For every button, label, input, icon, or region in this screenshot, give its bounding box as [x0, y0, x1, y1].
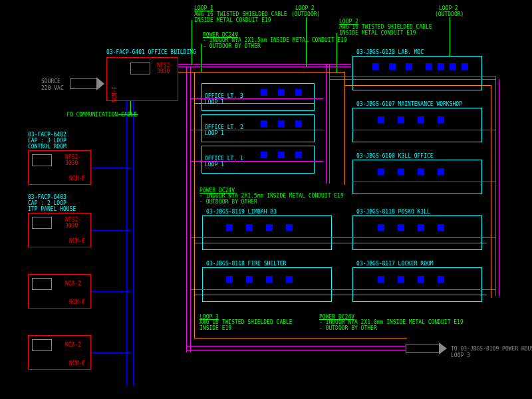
output-loop: LOOP 3 — [451, 352, 470, 358]
wire-blue-h4 — [91, 352, 131, 353]
dev-6120-3 — [406, 63, 412, 70]
wire-blue-v2 — [133, 101, 134, 386]
panel5-icon — [32, 339, 52, 351]
wire-mag-h5b — [329, 79, 495, 80]
zone-6120-label: 03-JBGS-6120 LAB. MOC — [356, 49, 424, 55]
wire-grn-h1 — [118, 114, 138, 115]
zone-8118f — [202, 267, 332, 302]
dev-8118p-1 — [378, 224, 384, 231]
main-comm: NCM-F — [112, 86, 118, 102]
power1-desc: - INDOOR NYA 2X1.5mm INSIDE METAL CONDUI… — [203, 37, 347, 49]
dev-o2-3 — [295, 120, 302, 127]
dev-6120-5 — [438, 63, 444, 70]
wire-org-h4 — [194, 295, 487, 295]
wire-blue-v1 — [126, 101, 127, 386]
panel2-icon — [32, 154, 52, 166]
wire-mag-h5 — [329, 76, 495, 77]
wire-mag-h3 — [190, 130, 323, 130]
power3-desc: - INDOOR NYA 2X1.0mm INSIDE METAL CONDUI… — [319, 319, 464, 331]
dev-6107-3 — [418, 116, 424, 123]
zone-8117 — [352, 267, 482, 302]
panel2-comm: NCM-F — [69, 176, 85, 182]
panel3-cap: CAP : 2 LOOP — [28, 200, 66, 206]
dev-o1-2 — [278, 152, 285, 158]
loop2-desc: AWG 16 TWISTED SHIELDED CABLE INSIDE MET… — [339, 24, 432, 36]
dev-6107-1 — [378, 116, 384, 123]
zone-8118f-label: 03-JBGS-8118 FIRE SHELTER — [206, 261, 286, 267]
dev-8118f-2 — [246, 276, 253, 283]
panel3-id: 03-FACP-6403 — [28, 194, 66, 200]
wire-mag-h6 — [352, 130, 495, 130]
panel3-loc: ITP PANEL HOUSE — [28, 206, 76, 212]
wire-mag-h9 — [190, 289, 496, 290]
wire-mag-h10 — [186, 346, 406, 346]
wire-org-v2 — [344, 72, 345, 185]
dev-8119-3 — [266, 224, 273, 231]
zone-office2-label: OFFICE LT. 2 LOOP 1 — [205, 124, 243, 136]
wire-grn-v6 — [130, 101, 131, 114]
wire-org-h6 — [194, 338, 407, 338]
main-panel-id: 03-FACP-6401 OFFICE BUILDING — [106, 49, 196, 55]
panel5-comm: NCM-F — [69, 360, 85, 366]
source-voltage: 220 VAC — [41, 85, 64, 91]
panel5-module: NCA-2 — [65, 342, 81, 348]
zone-6108 — [352, 160, 482, 194]
dev-8119-4 — [286, 224, 293, 231]
wire-blue-h2 — [91, 230, 131, 231]
dev-8118p-2 — [398, 224, 404, 231]
panel2-module: NFS2- 3030 — [65, 154, 81, 166]
dev-8118p-4 — [438, 224, 444, 231]
wire-org-v1 — [194, 72, 195, 338]
dev-8117-1 — [378, 276, 384, 283]
loop2-out-r-sub: (OUTDOOR) — [435, 11, 464, 17]
panel4-module: NCA-2 — [65, 281, 81, 287]
dev-8117-2 — [398, 276, 404, 283]
dev-6107-2 — [398, 116, 404, 123]
zone-6107-label: 03-JBGS-6107 MAINTENANCE WORKSHOP — [356, 101, 462, 107]
wire-mag-h2 — [190, 98, 323, 99]
dev-6120-7 — [462, 63, 468, 70]
wire-grn-v3 — [306, 17, 307, 66]
zone-8119 — [202, 215, 332, 250]
dev-8119-2 — [246, 224, 253, 231]
wire-mag-v1 — [186, 66, 187, 352]
dev-8118f-1 — [226, 276, 233, 283]
wire-mag-v2b — [329, 64, 330, 184]
panel2-cap: CAP : 3 LOOP — [28, 138, 66, 144]
dev-6108-4 — [438, 168, 444, 175]
wire-org-h1 — [178, 72, 344, 72]
dev-8117-3 — [418, 276, 424, 283]
dev-6107-4 — [438, 116, 444, 123]
dev-8119-1 — [226, 224, 233, 231]
wire-org-h3 — [194, 243, 487, 243]
wire-grn-v5 — [450, 17, 450, 57]
dev-o3-3 — [295, 89, 302, 96]
wire-grn-v2 — [201, 44, 201, 72]
wire-grn-v4 — [336, 33, 337, 73]
dev-o1-3 — [295, 152, 302, 158]
wire-mag-h8 — [190, 237, 496, 238]
wire-mag-h1 — [178, 64, 351, 65]
dev-8118p-3 — [418, 224, 424, 231]
dev-6108-3 — [418, 168, 424, 175]
loop2-out-sub: (OUTDOOR) — [291, 11, 320, 17]
dev-8118f-3 — [266, 276, 273, 283]
wire-mag-v3 — [495, 76, 496, 296]
panel2-id: 03-FACP-6402 — [28, 132, 66, 138]
zone-6108-label: 03-JBGS-6108 K3LL OFFICE — [356, 153, 434, 159]
dev-6120-1 — [372, 63, 379, 70]
loop2-out-title: LOOP 2 — [295, 5, 315, 11]
zone-6107 — [352, 108, 482, 142]
wire-mag-v1b — [190, 66, 191, 352]
wire-mag-h7 — [352, 182, 495, 182]
dev-8118f-4 — [286, 276, 293, 283]
dev-6120-2 — [389, 63, 396, 70]
wire-mag-h4 — [190, 161, 323, 162]
wire-blue-h3 — [91, 291, 131, 292]
dev-o3-2 — [278, 89, 285, 96]
wire-org-v3 — [491, 85, 491, 298]
dev-8117-4 — [438, 276, 444, 283]
main-module: NFS2- 3030 — [157, 63, 173, 74]
panel3-icon — [32, 217, 52, 229]
zone-office1-label: OFFICE LT. 1 LOOP 1 — [205, 156, 243, 168]
